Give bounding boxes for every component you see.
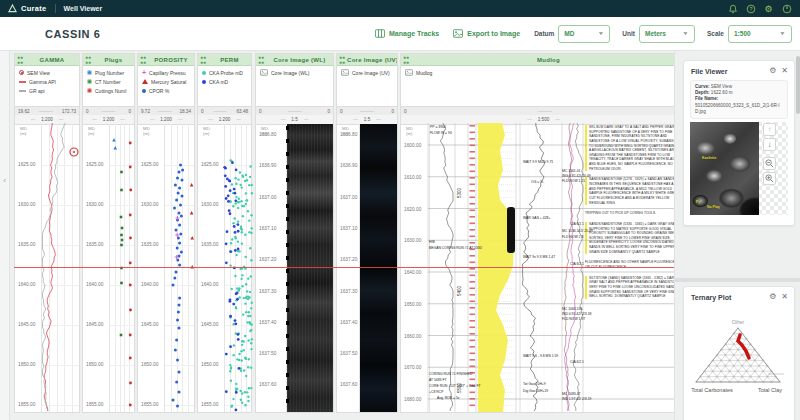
track-body[interactable]: MD(m)1625.001630.001635.001640.001645.00… bbox=[83, 124, 134, 412]
file-viewer-close-icon[interactable]: ✕ bbox=[781, 67, 788, 75]
depth-label: 1637.50 bbox=[259, 351, 276, 356]
settings-icon[interactable]: ⚙ bbox=[763, 3, 774, 14]
depth-label: 1655.00 bbox=[18, 402, 35, 407]
pan-down-button[interactable]: ↓ bbox=[763, 138, 776, 151]
gridline bbox=[225, 325, 251, 326]
track-drag-handle[interactable]: ●●●● bbox=[403, 55, 411, 65]
track-plot[interactable] bbox=[42, 124, 79, 412]
sem-image-viewport[interactable]: ↑ ↓ KaolinitePyNa-Plag bbox=[690, 122, 788, 215]
legend-item[interactable]: Mercury Satural bbox=[142, 77, 194, 86]
depth-label: 1637.30 bbox=[340, 289, 357, 294]
ternary-close-icon[interactable]: ✕ bbox=[781, 293, 788, 301]
chevron-down-icon: ▼ bbox=[682, 31, 689, 36]
track-drag-handle[interactable]: ●●●● bbox=[140, 55, 148, 65]
zoom-in-button[interactable] bbox=[763, 172, 776, 185]
track-plot[interactable] bbox=[165, 124, 194, 412]
legend-item[interactable]: +Capillary Pressu bbox=[142, 68, 194, 77]
depth-header: MD(m) bbox=[406, 126, 413, 136]
track-plot[interactable] bbox=[110, 124, 134, 412]
scale-min: 19.62 bbox=[18, 109, 30, 114]
track-body[interactable]: MD(m)1636.801636.901637.001637.101637.20… bbox=[256, 124, 333, 412]
power-icon[interactable] bbox=[781, 3, 792, 14]
track-body[interactable]: MD(m)1625.001630.001635.001640.001645.00… bbox=[15, 124, 79, 412]
depth-header: MD(m) bbox=[143, 126, 150, 136]
help-icon[interactable]: ? bbox=[745, 3, 756, 14]
track-porosity: ●●●●POROSITY+Capillary PressuMercury Sat… bbox=[137, 53, 195, 413]
gridline bbox=[42, 405, 79, 406]
depth-label: 1637.10 bbox=[259, 226, 276, 231]
gridline bbox=[42, 285, 79, 286]
file-viewer-settings-icon[interactable]: ⚙ bbox=[769, 67, 776, 75]
track-plot[interactable] bbox=[225, 124, 251, 412]
depth-label: 1637.00 bbox=[259, 195, 276, 200]
track-title: PERM bbox=[208, 57, 251, 63]
scale-select[interactable]: 1:500▼ bbox=[728, 25, 792, 43]
depth-label: 1650.00 bbox=[141, 362, 158, 367]
legend-item[interactable]: CKA Probe mD bbox=[202, 68, 251, 77]
triangle-marker-icon bbox=[142, 79, 148, 84]
export-to-image-button[interactable]: Export to Image bbox=[453, 29, 520, 38]
track-plot[interactable] bbox=[287, 124, 333, 412]
sem-annotation: Na-Plag bbox=[707, 205, 720, 209]
notifications-icon[interactable] bbox=[727, 3, 738, 14]
track-drag-handle[interactable]: ●●●● bbox=[85, 55, 93, 65]
legend-label: Cuttings Numl bbox=[95, 88, 126, 94]
legend-item[interactable]: SEM View bbox=[19, 68, 79, 77]
ternary-settings-icon[interactable]: ⚙ bbox=[769, 293, 776, 301]
depth-label: 1640.00 bbox=[18, 282, 35, 287]
pan-up-button[interactable]: ↑ bbox=[763, 123, 776, 136]
legend-item[interactable]: CKA mD bbox=[202, 77, 251, 86]
scale-max: 0 bbox=[128, 109, 131, 114]
page-title: CASSIN 6 bbox=[45, 28, 101, 40]
right-panel: File Viewer ⚙ ✕ Curve: SEM View Depth: 1… bbox=[674, 50, 800, 420]
legend-item[interactable]: CT Number bbox=[87, 77, 134, 86]
gridline bbox=[165, 165, 194, 166]
gridline bbox=[165, 205, 194, 206]
legend-item[interactable]: Mudlog bbox=[405, 68, 686, 77]
track-perm: ●●●●PERMCKA Probe mDCKA mD0———63.48—1:20… bbox=[197, 53, 252, 413]
file-viewer-card: File Viewer ⚙ ✕ Curve: SEM View Depth: 1… bbox=[683, 60, 795, 226]
scale-min: 0 bbox=[340, 109, 343, 114]
image-icon bbox=[453, 29, 463, 38]
depth-label: 1630.00 bbox=[18, 202, 35, 207]
legend-item[interactable]: CPOR % bbox=[142, 86, 194, 95]
legend-item[interactable]: Plug Number bbox=[87, 68, 134, 77]
depth-label: 1640.00 bbox=[404, 270, 421, 275]
legend-item[interactable]: Gamma API bbox=[19, 77, 79, 86]
track-body[interactable]: MD(m)1625.001630.001635.001640.001645.00… bbox=[138, 124, 194, 412]
depth-label: 1630.00 bbox=[404, 238, 421, 243]
legend-label: GR api bbox=[29, 88, 45, 94]
nav-well-viewer[interactable]: Well Viewer bbox=[64, 5, 103, 12]
lithology-description: TRIPPING OUT TO PICK UP CORING TOOLS. bbox=[585, 211, 684, 216]
track-body[interactable]: MD(m)1636.801636.901637.001637.101637.20… bbox=[337, 124, 397, 412]
panel-resize-handle[interactable] bbox=[675, 278, 800, 282]
legend-item[interactable]: Cuttings Numl bbox=[87, 86, 134, 95]
depth-column: MD(m)1636.801636.901637.001637.101637.20… bbox=[256, 124, 287, 412]
sem-image[interactable] bbox=[690, 122, 759, 215]
chevron-down-icon: ▼ bbox=[597, 31, 604, 36]
legend-item[interactable]: Core Image (UV) bbox=[341, 68, 397, 77]
unit-select[interactable]: Meters▼ bbox=[639, 25, 695, 43]
track-body[interactable]: MD(m)1625.001630.001635.001640.001645.00… bbox=[198, 124, 251, 412]
track-drag-handle[interactable]: ●●●● bbox=[258, 55, 266, 65]
track-drag-handle[interactable]: ●●●● bbox=[17, 55, 25, 65]
track-plugs: ●●●●PlugsPlug NumberCT NumberCuttings Nu… bbox=[82, 53, 135, 413]
depth-column: MD(m)1600.001610.001620.001630.001640.00… bbox=[401, 124, 430, 412]
track-plot[interactable] bbox=[360, 124, 397, 412]
legend-item[interactable]: GR api bbox=[19, 86, 79, 95]
columns-icon bbox=[375, 29, 385, 38]
target-marker-icon bbox=[19, 70, 24, 75]
track-drag-handle[interactable]: ●●●● bbox=[200, 55, 208, 65]
depth-label: 1645.00 bbox=[201, 322, 218, 327]
track-drag-handle[interactable]: ●●●● bbox=[339, 55, 347, 65]
gridline bbox=[225, 165, 251, 166]
datum-select[interactable]: MD▼ bbox=[558, 25, 610, 43]
zoom-out-button[interactable] bbox=[763, 157, 776, 170]
scrollbar-thumb[interactable] bbox=[796, 56, 800, 114]
legend-label: CKA mD bbox=[209, 79, 228, 85]
legend-item[interactable]: Core Image (WL) bbox=[260, 68, 333, 77]
gridline bbox=[230, 124, 231, 412]
manage-tracks-button[interactable]: Manage Tracks bbox=[375, 29, 439, 38]
svg-text:Other: Other bbox=[732, 319, 745, 325]
image-icon bbox=[260, 69, 268, 77]
